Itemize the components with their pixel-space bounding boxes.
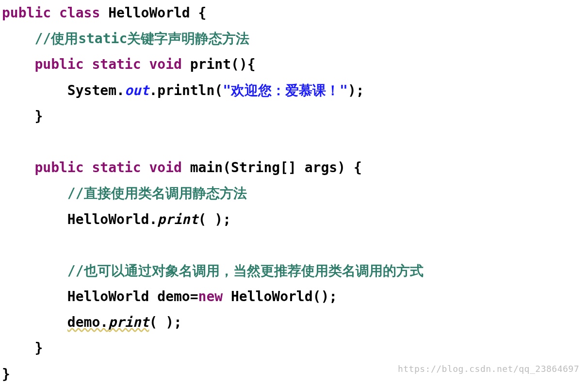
string-literal: "欢迎您：爱慕课！" bbox=[223, 82, 348, 98]
code-snippet: public class HelloWorld { //使用static关键字声… bbox=[0, 0, 588, 385]
keyword: public class bbox=[2, 5, 100, 21]
comment-line: //使用static关键字声明静态方法 bbox=[34, 31, 249, 47]
watermark-text: https://blog.csdn.net/qq_23864697 bbox=[398, 361, 579, 377]
class-name: HelloWorld { bbox=[100, 5, 206, 21]
method-call: print bbox=[157, 211, 198, 227]
code-text: .println( bbox=[149, 82, 223, 98]
keyword: public static void bbox=[34, 160, 181, 176]
keyword: public static void bbox=[34, 56, 181, 72]
comment-line: //直接使用类名调用静态方法 bbox=[67, 185, 247, 201]
brace: } bbox=[34, 108, 43, 124]
brace: } bbox=[34, 340, 43, 356]
code-text: HelloWorld demo= bbox=[67, 289, 198, 305]
brace: } bbox=[2, 366, 10, 382]
code-text: HelloWorld(); bbox=[223, 289, 337, 305]
code-text: demo. bbox=[67, 314, 108, 330]
code-text: HelloWorld. bbox=[67, 211, 157, 227]
code-text: ( ); bbox=[198, 211, 231, 227]
comment-line: //也可以通过对象名调用，当然更推荐使用类名调用的方式 bbox=[67, 263, 424, 279]
keyword: new bbox=[198, 289, 223, 305]
method-call: print bbox=[108, 314, 149, 330]
field-ref: out bbox=[125, 82, 149, 98]
method-name: print(){ bbox=[182, 56, 256, 72]
code-text: ( ); bbox=[149, 314, 181, 330]
method-name: main(String[] args) { bbox=[182, 160, 362, 176]
code-text: ); bbox=[348, 82, 364, 98]
code-text: System. bbox=[67, 82, 125, 98]
